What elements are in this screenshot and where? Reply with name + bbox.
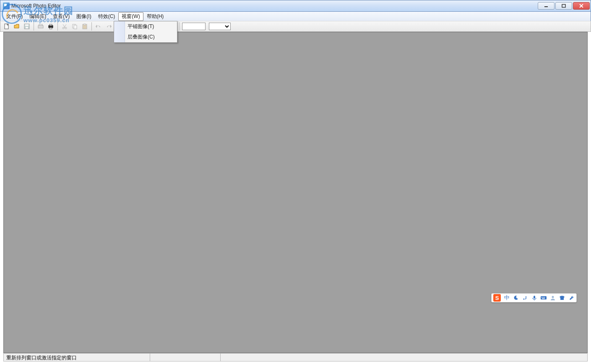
redo-button[interactable] — [104, 22, 113, 31]
svg-rect-28 — [543, 297, 544, 298]
mode-select[interactable] — [209, 23, 231, 30]
print-button[interactable] — [46, 22, 55, 31]
app-icon — [3, 3, 10, 9]
tshirt-icon — [559, 295, 565, 301]
ime-person-icon[interactable] — [549, 294, 556, 301]
menubar: 文件(F) 编辑(E) 查看(V) 图像(I) 特效(C) 视窗(W) 帮助(H… — [0, 12, 591, 21]
menu-cascade-images[interactable]: 层叠图像(C) — [114, 32, 177, 42]
statusbar: 重新排列窗口或激活指定的窗口 — [3, 353, 588, 361]
save-icon — [23, 23, 30, 30]
moon-icon — [513, 295, 519, 301]
window-title: Microsoft Photo Editor — [11, 3, 538, 9]
open-button[interactable] — [12, 22, 21, 31]
undo-icon — [95, 23, 102, 30]
paste-button[interactable] — [80, 22, 89, 31]
svg-rect-27 — [542, 297, 542, 298]
menu-effects[interactable]: 特效(C) — [95, 12, 119, 21]
ime-mic-icon[interactable] — [531, 294, 538, 301]
undo-button[interactable] — [94, 22, 103, 31]
ime-punct-toggle[interactable] — [522, 294, 529, 301]
menu-help[interactable]: 帮助(H) — [143, 12, 167, 21]
menu-image[interactable]: 图像(I) — [73, 12, 94, 21]
toolbar — [0, 21, 591, 32]
close-icon — [579, 4, 584, 8]
maximize-button[interactable] — [555, 2, 572, 10]
close-button[interactable] — [573, 2, 590, 10]
punct-icon — [522, 295, 528, 301]
svg-rect-26 — [541, 296, 547, 299]
ime-settings-icon[interactable] — [568, 294, 575, 301]
minimize-button[interactable] — [538, 2, 555, 10]
save-button[interactable] — [22, 22, 31, 31]
new-button[interactable] — [2, 22, 11, 31]
wrench-icon — [568, 295, 574, 301]
toolbar-sep-2 — [57, 22, 58, 31]
paste-icon — [81, 23, 88, 30]
printer-icon — [47, 23, 54, 30]
ime-skin-icon[interactable] — [559, 294, 565, 301]
redo-icon — [105, 23, 112, 30]
scan-button[interactable] — [36, 22, 45, 31]
zoom-input[interactable] — [182, 23, 206, 30]
toolbar-sep-1 — [34, 22, 34, 31]
menu-window[interactable]: 视窗(W) — [118, 12, 143, 21]
workspace — [3, 32, 588, 353]
svg-rect-7 — [26, 27, 28, 28]
titlebar: Microsoft Photo Editor — [0, 0, 591, 12]
ime-logo-icon[interactable]: S — [493, 294, 501, 302]
svg-rect-9 — [39, 24, 42, 26]
open-folder-icon — [13, 23, 20, 30]
ime-moon-icon[interactable] — [513, 294, 519, 301]
svg-rect-25 — [534, 296, 535, 299]
svg-rect-11 — [49, 24, 52, 26]
svg-rect-8 — [38, 26, 43, 28]
svg-rect-6 — [25, 24, 29, 26]
toolbar-sep-5 — [180, 22, 180, 31]
svg-point-31 — [552, 296, 554, 298]
svg-rect-10 — [49, 26, 53, 28]
svg-rect-29 — [544, 297, 545, 298]
svg-rect-30 — [542, 298, 545, 299]
menu-edit[interactable]: 编辑(E) — [26, 12, 49, 21]
svg-rect-12 — [49, 28, 52, 29]
toolbar-sep-3 — [91, 22, 92, 31]
menu-file[interactable]: 文件(F) — [3, 12, 26, 21]
status-cell-3 — [221, 353, 588, 361]
copy-icon — [71, 23, 78, 30]
copy-button[interactable] — [70, 22, 79, 31]
menu-view[interactable]: 查看(V) — [49, 12, 73, 21]
keyboard-icon — [540, 295, 547, 301]
minimize-icon — [544, 4, 549, 8]
svg-rect-18 — [74, 25, 77, 29]
ime-toolbar[interactable]: S 中 — [491, 293, 577, 302]
svg-rect-20 — [84, 24, 86, 25]
maximize-icon — [561, 4, 566, 8]
cut-button[interactable] — [60, 22, 69, 31]
ime-lang-toggle[interactable]: 中 — [503, 294, 510, 301]
scanner-icon — [37, 23, 44, 30]
new-file-icon — [3, 23, 10, 30]
person-icon — [550, 295, 556, 301]
status-hint: 重新排列窗口或激活指定的窗口 — [3, 353, 150, 361]
status-cell-2 — [150, 353, 221, 361]
window-controls — [538, 2, 590, 10]
ime-keyboard-icon[interactable] — [540, 294, 547, 301]
menu-tile-images[interactable]: 平铺图像(T) — [114, 21, 177, 32]
mic-icon — [531, 295, 537, 301]
svg-rect-1 — [562, 5, 565, 8]
window-menu-dropdown: 平铺图像(T) 层叠图像(C) — [114, 21, 177, 43]
cut-icon — [61, 23, 68, 30]
svg-point-24 — [523, 299, 525, 300]
